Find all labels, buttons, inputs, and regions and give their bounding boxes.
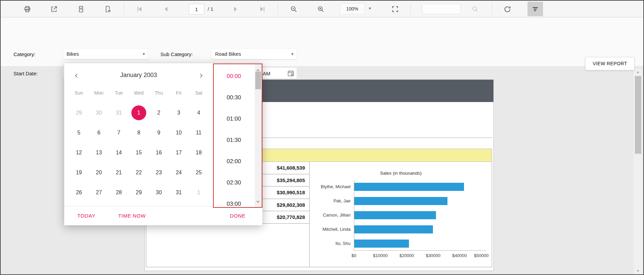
calendar-day[interactable]: 28 xyxy=(109,182,129,202)
time-option[interactable]: 03:00 xyxy=(214,193,254,207)
sales-value-cell: $30,990,518 xyxy=(263,186,309,199)
print-button[interactable] xyxy=(23,5,32,14)
calendar-day[interactable]: 12 xyxy=(69,143,89,162)
calendar-day[interactable]: 15 xyxy=(129,143,149,162)
time-scrollbar-thumb[interactable] xyxy=(255,72,261,89)
viewer-scrollbar[interactable]: ▲ ▼ xyxy=(634,69,642,274)
calendar-day[interactable]: 20 xyxy=(89,162,109,182)
report-document-button[interactable] xyxy=(77,5,85,14)
calendar-day[interactable]: 11 xyxy=(189,123,209,143)
next-month-button[interactable] xyxy=(196,71,206,81)
chart-x-axis xyxy=(354,250,486,251)
time-option[interactable]: 00:00 xyxy=(214,66,254,87)
time-scrollbar[interactable] xyxy=(255,64,262,207)
calendar-day[interactable]: 21 xyxy=(109,162,129,182)
bar-category-label: Mitchell, Linda xyxy=(310,225,351,233)
calendar-day[interactable]: 30 xyxy=(89,103,109,123)
x-tick-label: $50000 xyxy=(474,253,488,258)
zoom-in-button[interactable] xyxy=(316,5,325,14)
calendar-day[interactable]: 24 xyxy=(169,162,189,182)
document-icon xyxy=(77,5,85,13)
calendar-day[interactable]: 14 xyxy=(109,143,129,162)
sales-value-cell: $20,770,828 xyxy=(263,211,309,224)
calendar-day-grid: 2930311234567891011121314151617181920212… xyxy=(69,103,209,202)
zoom-out-button[interactable] xyxy=(289,5,298,14)
calendar-day[interactable]: 7 xyxy=(109,123,129,143)
sales-bar-chart: Sales (in thousands) Blythe, MichaelPak,… xyxy=(310,162,492,267)
calendar-day[interactable]: 13 xyxy=(89,143,109,162)
next-page-button[interactable] xyxy=(231,5,240,14)
end-date-calendar-icon[interactable] xyxy=(287,70,294,78)
time-option[interactable]: 01:30 xyxy=(214,129,254,151)
done-button[interactable]: DONE xyxy=(230,213,246,219)
calendar-day[interactable]: 26 xyxy=(69,182,89,202)
calendar-day[interactable]: 22 xyxy=(129,162,149,182)
start-date-label: Start Date: xyxy=(14,71,38,76)
calendar-day[interactable]: 10 xyxy=(169,123,189,143)
time-now-button[interactable]: TIME NOW xyxy=(118,213,146,219)
refresh-button[interactable] xyxy=(503,5,512,14)
scroll-up-icon[interactable]: ▲ xyxy=(634,70,642,74)
calendar-day[interactable]: 9 xyxy=(149,123,169,143)
calendar-day[interactable]: 3 xyxy=(169,103,189,123)
calendar-day[interactable]: 31 xyxy=(109,103,129,123)
calendar-day[interactable]: 23 xyxy=(149,162,169,182)
time-option[interactable]: 01:00 xyxy=(214,108,254,129)
toolbar-separator xyxy=(492,3,492,15)
calendar-day[interactable]: 6 xyxy=(89,123,109,143)
calendar-day[interactable]: 31 xyxy=(169,182,189,202)
category-dropdown[interactable]: Bikes ▾ xyxy=(63,48,148,60)
page-number-input[interactable] xyxy=(189,4,204,15)
calendar-day[interactable]: 27 xyxy=(89,182,109,202)
print-icon xyxy=(23,5,31,13)
search-button[interactable] xyxy=(471,5,480,14)
scroll-down-icon[interactable]: ▼ xyxy=(634,269,642,273)
x-tick-label: $10000 xyxy=(373,253,387,258)
calendar-day[interactable]: 30 xyxy=(149,182,169,202)
filter-parameters-button[interactable] xyxy=(527,2,543,16)
previous-page-button[interactable] xyxy=(162,5,171,14)
search-input[interactable] xyxy=(422,4,461,14)
calendar-day[interactable]: 5 xyxy=(69,123,89,143)
calendar-day-selected[interactable]: 1 xyxy=(129,103,149,123)
category-value: Bikes xyxy=(67,51,79,57)
time-option-list: 00:0000:3001:0001:3002:0002:3003:00 xyxy=(214,64,254,207)
calendar-day[interactable]: 1 xyxy=(189,182,209,202)
calendar-day[interactable]: 29 xyxy=(129,182,149,202)
time-option[interactable]: 02:00 xyxy=(214,151,254,172)
first-page-button[interactable] xyxy=(135,5,144,14)
calendar-day[interactable]: 2 xyxy=(149,103,169,123)
bar xyxy=(354,211,436,219)
calendar-day[interactable]: 17 xyxy=(169,143,189,162)
document-settings-icon xyxy=(104,5,112,13)
bar-category-label: Ito, Shu xyxy=(310,240,351,248)
calendar-day[interactable]: 29 xyxy=(69,103,89,123)
today-button[interactable]: TODAY xyxy=(77,213,95,219)
last-page-button[interactable] xyxy=(258,5,267,14)
calendar-day[interactable]: 8 xyxy=(129,123,149,143)
view-report-button[interactable]: VIEW REPORT xyxy=(585,57,635,70)
sales-value-cell: $41,608,539 xyxy=(263,162,309,174)
time-scroll-down-icon[interactable] xyxy=(256,198,260,204)
document-settings-button[interactable] xyxy=(103,5,112,14)
export-button[interactable] xyxy=(50,5,58,14)
calendar-month-title[interactable]: January 2003 xyxy=(64,72,213,79)
chevron-right-icon xyxy=(198,73,204,79)
day-name: Sun xyxy=(69,90,89,96)
calendar-day[interactable]: 19 xyxy=(69,162,89,182)
sales-value-cell: $29,802,308 xyxy=(263,199,309,211)
time-option[interactable]: 02:30 xyxy=(214,172,254,193)
calendar-day[interactable]: 16 xyxy=(149,143,169,162)
caret-down-icon[interactable]: ▾ xyxy=(143,49,145,59)
calendar-day[interactable]: 18 xyxy=(189,143,209,162)
fullscreen-button[interactable] xyxy=(391,5,400,14)
zoom-caret-down-icon[interactable]: ▾ xyxy=(369,6,371,11)
zoom-in-icon xyxy=(317,5,325,13)
sub-category-dropdown[interactable]: Road Bikes ▾ xyxy=(212,48,297,60)
caret-down-icon[interactable]: ▾ xyxy=(291,49,293,59)
calendar-day[interactable]: 4 xyxy=(189,103,209,123)
time-option[interactable]: 00:30 xyxy=(214,87,254,108)
zoom-level-select[interactable]: 100% xyxy=(340,3,365,15)
scrollbar-thumb[interactable] xyxy=(635,76,641,154)
calendar-day[interactable]: 25 xyxy=(189,162,209,182)
